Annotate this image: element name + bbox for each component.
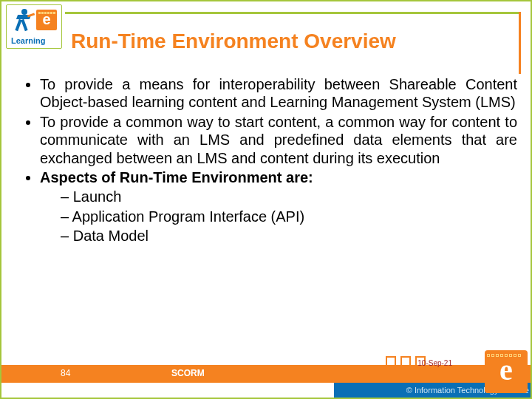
- sub-bullet-data-model: Data Model: [61, 227, 517, 245]
- runner-icon: [10, 8, 35, 35]
- bullet-2: To provide a common way to start content…: [40, 113, 517, 167]
- bullet-1: To provide a means for interoperability …: [40, 75, 517, 112]
- content-area: To provide a means for interoperability …: [18, 75, 517, 247]
- slide-number: 84: [61, 368, 70, 378]
- header-accent: [519, 12, 521, 74]
- logo-text: Learning: [11, 36, 45, 45]
- sub-bullet-api: Application Program Interface (API): [61, 208, 517, 225]
- logo: e Learning: [6, 4, 62, 49]
- footer-date: 10-Sep-21: [417, 359, 452, 367]
- bullet-3: Aspects of Run-Time Environment are:: [40, 168, 517, 186]
- footer-bar: 84 SCORM 10-Sep-21: [1, 365, 532, 383]
- logo-e-icon: e: [36, 10, 57, 30]
- big-e-text: e: [499, 353, 513, 386]
- slide-title: Run-Time Environment Overview: [71, 30, 514, 53]
- big-e-icon: e: [485, 350, 528, 393]
- slide: e Learning Run-Time Environment Overview…: [0, 0, 532, 399]
- header-rule: [65, 12, 519, 14]
- sub-bullet-launch: Launch: [61, 188, 517, 205]
- footer-label: SCORM: [171, 368, 205, 378]
